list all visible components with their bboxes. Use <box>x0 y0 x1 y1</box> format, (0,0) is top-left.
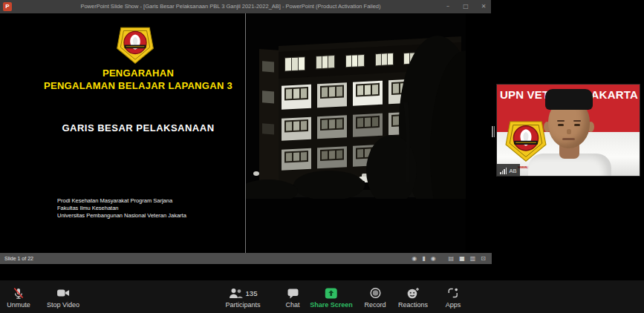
participants-label: Participants <box>225 301 260 309</box>
slide-sorter-icon[interactable]: ▦ <box>459 255 465 262</box>
participant-eyebrow <box>557 120 565 122</box>
maximize-icon[interactable]: □ <box>461 0 470 13</box>
record-icon <box>369 287 381 299</box>
shared-screen-area: PENGARAHAN PENGALAMAN BELAJAR LAPANGAN 3… <box>0 13 492 253</box>
panel-drag-handle[interactable] <box>491 126 495 137</box>
audio-level-icon <box>500 168 507 177</box>
previous-slide-icon[interactable]: ◉ <box>412 255 417 262</box>
chat-label: Chat <box>285 301 299 309</box>
window-title: PowerPoint Slide Show - [Garis Besar Pel… <box>30 0 432 13</box>
stop-video-label: Stop Video <box>47 301 79 309</box>
annotation-pen-icon[interactable]: ▮ <box>422 255 425 262</box>
unmute-label: Unmute <box>7 301 30 309</box>
minimize-icon[interactable]: – <box>443 0 452 13</box>
participants-button[interactable]: 135 Participants <box>225 287 260 309</box>
record-label: Record <box>364 301 386 309</box>
slide-footer-line: Universitas Pembangunan Nasional Veteran… <box>57 212 186 220</box>
share-screen-icon <box>325 287 337 299</box>
participants-count-badge: 135 <box>246 289 258 297</box>
slide-heading: GARIS BESAR PELAKSANAAN <box>30 122 247 134</box>
slide-footer: Prodi Kesehatan Masyarakat Program Sarja… <box>57 197 186 220</box>
apps-label: Apps <box>446 301 461 309</box>
close-icon[interactable]: ✕ <box>479 0 488 13</box>
powerpoint-app-icon: P <box>3 2 12 11</box>
zoom-meeting-window: P PowerPoint Slide Show - [Garis Besar P… <box>0 0 644 313</box>
microphone-muted-icon <box>12 287 25 299</box>
reactions-smiley-icon <box>406 287 420 299</box>
video-camera-icon <box>56 287 70 299</box>
next-slide-icon[interactable]: ◉ <box>431 255 436 262</box>
slide-title-line1: PENGARAHAN <box>30 67 247 79</box>
participant-video[interactable]: UPN VETERAN JAKARTA Kam www.upnvj.ac.id … <box>496 84 640 177</box>
building-night-photo <box>245 13 465 253</box>
chat-button[interactable]: Chat <box>285 287 299 309</box>
stop-video-button[interactable]: Stop Video <box>47 287 79 309</box>
normal-view-icon[interactable]: ▤ <box>449 255 455 262</box>
participant-eyebrow <box>573 120 581 122</box>
participant-name: AB <box>509 165 516 177</box>
reading-view-icon[interactable]: ▥ <box>470 255 476 262</box>
share-screen-label: Share Screen <box>310 301 353 309</box>
apps-icon <box>447 287 459 299</box>
participant-nameplate: AB <box>497 164 520 177</box>
apps-button[interactable]: Apps <box>446 287 461 309</box>
unmute-button[interactable]: Unmute <box>7 287 30 309</box>
slide-title-line2: PENGALAMAN BELAJAR LAPANGAN 3 <box>30 79 247 92</box>
participant-mouth <box>562 138 575 140</box>
slide-footer-line: Fakultas Ilmu Kesehatan <box>57 205 186 212</box>
record-button[interactable]: Record <box>364 287 386 309</box>
slide-counter: Slide 1 of 22 <box>4 256 33 261</box>
participant-eye <box>574 124 580 126</box>
participant-nose <box>567 129 571 134</box>
powerpoint-statusbar: Slide 1 of 22 ◉ ▮ ◉ ▤ ▦ ▥ ⊡ <box>0 253 492 264</box>
slide-title: PENGARAHAN PENGALAMAN BELAJAR LAPANGAN 3 <box>30 67 247 92</box>
slide-content: PENGARAHAN PENGALAMAN BELAJAR LAPANGAN 3… <box>0 13 245 253</box>
reactions-button[interactable]: Reactions <box>398 287 428 309</box>
slideshow-view-icon[interactable]: ⊡ <box>481 255 486 262</box>
reactions-label: Reactions <box>398 301 428 309</box>
participant-cap <box>545 89 593 110</box>
share-screen-button[interactable]: Share Screen <box>310 287 353 309</box>
powerpoint-titlebar: P PowerPoint Slide Show - [Garis Besar P… <box>0 0 491 13</box>
participant-eye <box>558 124 564 126</box>
chat-bubble-icon <box>287 287 299 299</box>
participants-icon <box>229 288 244 299</box>
slide-footer-line: Prodi Kesehatan Masyarakat Program Sarja… <box>57 197 186 205</box>
upn-logo <box>116 22 155 65</box>
zoom-toolbar: Unmute Stop Video 135 <box>0 280 644 313</box>
